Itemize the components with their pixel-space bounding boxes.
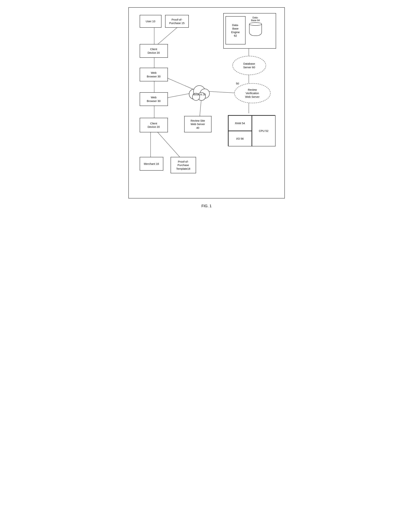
proof-template-box: Proof-of-PurchaseTemplate18: [171, 157, 196, 173]
client-device-top-label: ClientDevice 20: [148, 47, 160, 54]
ram-box: RAM 54: [228, 115, 252, 131]
svg-text:Network 35: Network 35: [193, 93, 206, 96]
db-server-label: DatabaseServer 60: [243, 62, 255, 69]
user-label: User 10: [146, 19, 155, 23]
db-server-box: DatabaseServer 60: [232, 56, 266, 75]
review-verify-label: ReviewVerificationWeb Server: [245, 88, 259, 99]
fig-label: FIG. 1: [202, 204, 212, 208]
client-device-top-box: ClientDevice 20: [140, 44, 168, 58]
web-browser-bottom-box: WebBrowser 30: [140, 92, 168, 106]
review-site-label: Review SiteWeb Server40: [191, 119, 205, 130]
label-50: 50: [236, 82, 239, 85]
web-browser-top-label: WebBrowser 30: [147, 71, 161, 78]
io-label: I/O 56: [236, 137, 244, 141]
ram-label: RAM 54: [235, 122, 245, 125]
io-box: I/O 56: [228, 131, 252, 146]
review-verify-box: ReviewVerificationWeb Server: [234, 83, 271, 103]
cpu-label: CPU 52: [259, 129, 268, 133]
network-cloud: Network 35: [185, 80, 213, 102]
web-browser-bottom-label: WebBrowser 30: [147, 95, 161, 103]
merchant-label: Merchant 16: [144, 162, 159, 166]
database64-label: Data-Base 64: [249, 16, 262, 22]
merchant-box: Merchant 16: [140, 157, 163, 171]
database64-cylinder: Data-Base 64: [249, 16, 262, 36]
proof-purchase-label: Proof-of- Purchase 15: [166, 18, 187, 25]
db-outer-box: Data-BaseEngine62 Data-Base 64: [223, 13, 276, 49]
client-device-bottom-box: ClientDevice 20: [140, 118, 168, 132]
review-site-box: Review SiteWeb Server40: [184, 116, 211, 132]
client-device-bottom-label: ClientDevice 20: [148, 122, 160, 129]
ram-cpu-outer-box: RAM 54 I/O 56 CPU 52: [228, 115, 275, 146]
svg-line-8: [157, 132, 180, 157]
user-box: User 10: [140, 15, 162, 28]
proof-template-label: Proof-of-PurchaseTemplate18: [176, 160, 190, 171]
svg-line-1: [157, 28, 177, 45]
diagram: User 10 Proof-of- Purchase 15 Data-BaseE…: [128, 7, 285, 199]
db-engine-box: Data-BaseEngine62: [226, 16, 246, 44]
db-engine-label: Data-BaseEngine62: [231, 23, 240, 38]
cpu-box: CPU 52: [252, 115, 275, 146]
proof-purchase-box: Proof-of- Purchase 15: [165, 15, 189, 28]
web-browser-top-box: WebBrowser 30: [140, 68, 168, 81]
